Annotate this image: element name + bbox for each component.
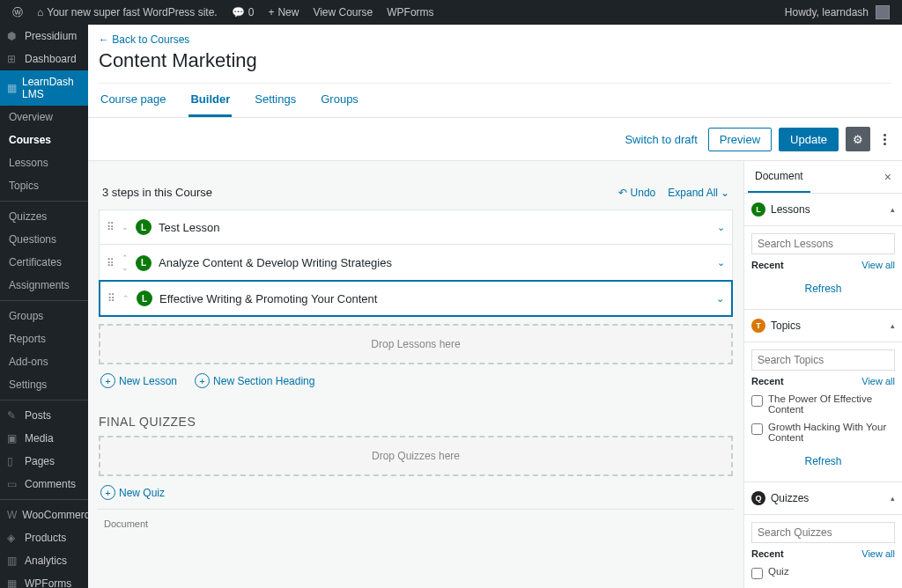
sidebar-item-reports[interactable]: Reports [0,327,88,350]
search-topics-input[interactable] [751,349,895,371]
wpforms-link[interactable]: WPForms [381,6,439,18]
quiz-badge-icon: Q [751,491,765,505]
view-all-topics-link[interactable]: View all [861,376,895,386]
sidebar-item-analytics[interactable]: ▥Analytics [0,549,88,572]
refresh-lessons-link[interactable]: Refresh [804,283,841,295]
quizzes-accordion[interactable]: Q Quizzes ▴ [744,482,902,515]
my-account[interactable]: Howdy, learndash [780,5,895,19]
sidebar-item-lessons[interactable]: Lessons [0,151,88,174]
document-sidebar: Document × L Lessons ▴ RecentView all Re… [743,161,902,588]
move-up-icon[interactable]: ⌃ [122,294,129,303]
sidebar-item-posts[interactable]: ✎Posts [0,404,88,427]
view-course-link[interactable]: View Course [307,6,378,18]
preview-button[interactable]: Preview [708,128,772,151]
document-tab[interactable]: Document [748,161,810,193]
drag-handle[interactable]: ⠿ [107,221,115,233]
learndash-icon: ▦ [7,82,17,94]
sidebar-item-woocommerce[interactable]: WWooCommerce [0,503,88,526]
editor-actions: Switch to draft Preview Update ⚙ [88,118,902,161]
settings-button[interactable]: ⚙ [846,127,870,151]
new-menu[interactable]: + New [262,6,304,18]
move-up-icon[interactable]: ⌃ [122,254,129,262]
move-down-icon[interactable]: ⌄ [122,223,129,232]
sidebar-item-addons[interactable]: Add-ons [0,350,88,373]
sidebar-item-groups[interactable]: Groups [0,305,88,327]
drag-handle[interactable]: ⠿ [107,292,115,305]
tab-builder[interactable]: Builder [189,84,232,117]
drop-lessons-zone[interactable]: Drop Lessons here [99,324,733,364]
lesson-row[interactable]: ⠿ ⌃ L Effective Writing & Promoting Your… [99,280,733,317]
tab-groups[interactable]: Groups [319,84,360,117]
sidebar-item-dashboard[interactable]: ⊞Dashboard [0,48,88,70]
update-button[interactable]: Update [779,128,839,151]
new-lesson-button[interactable]: +New Lesson [100,373,177,388]
media-icon: ▣ [7,432,19,445]
chevron-down-icon[interactable]: ⌄ [716,293,724,305]
refresh-topics-link[interactable]: Refresh [804,455,841,467]
chevron-up-icon: ▴ [891,494,895,503]
final-quizzes-heading: FINAL QUIZZES [99,415,733,429]
sidebar-item-overview[interactable]: Overview [0,106,88,129]
view-all-quizzes-link[interactable]: View all [861,548,895,559]
sidebar-item-certificates[interactable]: Certificates [0,251,88,274]
tab-course-page[interactable]: Course page [99,84,167,117]
home-icon: ⌂ [37,6,43,18]
lessons-accordion[interactable]: L Lessons ▴ [744,194,902,226]
undo-button[interactable]: ↶ Undo [618,187,655,199]
sidebar-item-comments[interactable]: ▭Comments [0,473,88,496]
quiz-checkbox[interactable] [751,568,763,579]
switch-to-draft-button[interactable]: Switch to draft [621,129,700,150]
quiz-item[interactable]: Quiz [751,562,895,583]
search-quizzes-input[interactable] [751,522,895,543]
gear-icon: ⚙ [853,133,863,146]
back-link[interactable]: ← Back to Courses [99,25,189,46]
topics-accordion[interactable]: T Topics ▴ [744,310,902,342]
sidebar-item-assignments[interactable]: Assignments [0,274,88,297]
sidebar-item-wpforms[interactable]: ▦WPForms [0,572,88,588]
search-lessons-input[interactable] [751,233,895,254]
drop-quizzes-zone[interactable]: Drop Quizzes here [99,436,733,476]
sidebar-item-pressidium[interactable]: ⬢Pressidium [0,25,88,48]
comments-count[interactable]: 💬 0 [226,6,260,18]
sidebar-item-questions[interactable]: Questions [0,228,88,251]
plus-circle-icon: + [100,373,115,388]
more-options-button[interactable] [877,129,891,149]
expand-all-button[interactable]: Expand All ⌄ [668,187,729,199]
lesson-row[interactable]: ⠿ ⌄ L Test Lesson ⌄ [100,210,732,244]
move-down-icon[interactable]: ⌄ [122,263,129,272]
lesson-row[interactable]: ⠿ ⌃⌄ L Analyze Content & Develop Writing… [100,244,732,281]
sidebar-item-topics[interactable]: Topics [0,174,88,197]
lesson-title: Analyze Content & Develop Writing Strate… [159,256,710,269]
topic-item[interactable]: The Power Of Effective Content [751,390,895,418]
new-section-heading-button[interactable]: +New Section Heading [195,373,314,388]
lesson-badge-icon: L [137,290,152,306]
chevron-down-icon[interactable]: ⌄ [717,257,725,268]
sidebar-item-learndash[interactable]: ▦LearnDash LMS [0,70,88,106]
drag-handle[interactable]: ⠿ [107,257,115,269]
chevron-down-icon[interactable]: ⌄ [717,222,725,233]
sidebar-item-products[interactable]: ◈Products [0,526,88,549]
close-sidebar-button[interactable]: × [877,166,898,187]
sidebar-item-media[interactable]: ▣Media [0,427,88,450]
course-tabs: Course page Builder Settings Groups [99,83,891,117]
sidebar-item-pages[interactable]: ▯Pages [0,450,88,473]
lesson-title: Effective Writing & Promoting Your Conte… [159,292,709,305]
analytics-icon: ▥ [7,555,19,567]
topic-checkbox[interactable] [751,395,763,407]
admin-sidebar: ⬢Pressidium ⊞Dashboard ▦LearnDash LMS Ov… [0,25,88,588]
wp-logo[interactable]: ⓦ [7,5,28,20]
tab-settings[interactable]: Settings [253,84,298,117]
pin-icon: ✎ [7,409,19,422]
topic-checkbox[interactable] [751,423,763,435]
sidebar-item-ld-settings[interactable]: Settings [0,373,88,396]
topic-item[interactable]: Growth Hacking With Your Content [751,418,895,446]
chevron-up-icon: ▴ [891,205,895,214]
lesson-title: Test Lesson [159,221,710,234]
sidebar-item-courses[interactable]: Courses [0,129,88,151]
new-quiz-button[interactable]: +New Quiz [100,485,165,500]
comment-icon: ▭ [7,478,19,490]
sidebar-item-quizzes[interactable]: Quizzes [0,205,88,228]
lesson-badge-icon: L [136,255,152,271]
site-name[interactable]: ⌂ Your new super fast WordPress site. [32,6,223,18]
view-all-lessons-link[interactable]: View all [861,260,895,270]
